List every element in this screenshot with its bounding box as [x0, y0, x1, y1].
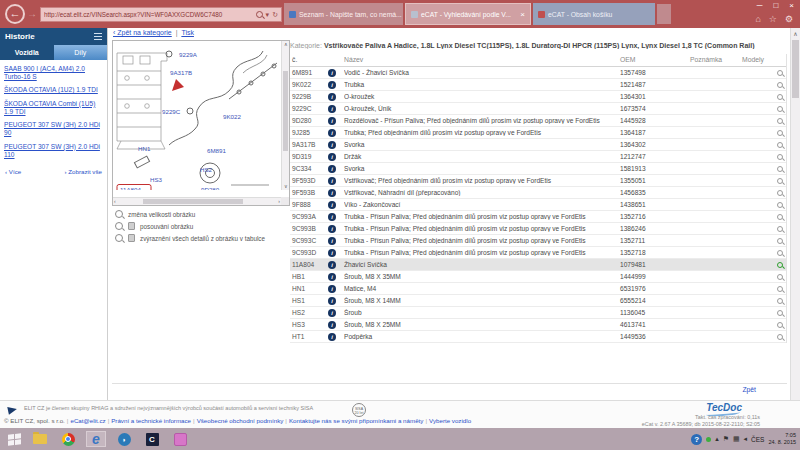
diagram-callout-HS2[interactable]: HS2 [200, 166, 213, 173]
table-row[interactable]: 9D319iDržák1212747 [290, 151, 786, 163]
table-row[interactable]: 9C993CiTrubka - Přísun Paliva; Před obje… [290, 235, 786, 247]
info-icon[interactable]: i [328, 213, 336, 221]
info-icon[interactable]: i [328, 189, 336, 197]
favorites-star-icon[interactable]: ☆ [769, 13, 777, 25]
magnifier-icon[interactable] [777, 130, 783, 136]
magnifier-icon[interactable] [777, 202, 783, 208]
back-button[interactable]: ← [5, 4, 25, 24]
close-button[interactable]: × [789, 1, 794, 10]
info-icon[interactable]: i [328, 129, 336, 137]
chevron-down-icon[interactable]: ▾ [266, 11, 270, 19]
table-row[interactable]: 9A317BiSvorka1364302 [290, 139, 786, 151]
vehicle-history-link[interactable]: ŠKODA OCTAVIA (1U2) 1.9 TDI [4, 86, 103, 94]
tab-ecat-search[interactable]: eCAT - Vyhledávání podle V... × [405, 3, 531, 25]
magnifier-icon[interactable] [777, 334, 783, 340]
vehicle-history-link[interactable]: PEUGEOT 307 SW (3H) 2.0 HDi 90 [4, 121, 103, 137]
diagram-callout-6M891[interactable]: 6M891 [207, 147, 226, 154]
magnifier-icon[interactable] [777, 178, 783, 184]
internet-explorer-button[interactable]: e [86, 431, 106, 447]
diagram-horizontal-scrollbar[interactable]: ‹ › [113, 197, 281, 205]
settings-gear-icon[interactable]: ⚙ [785, 13, 793, 25]
volume-icon[interactable]: ◂ [744, 435, 748, 443]
magnifier-icon[interactable] [777, 226, 783, 232]
url-text[interactable]: http://ecat.elit.cz/VINSearch.aspx?VIN=W… [44, 11, 256, 18]
table-row[interactable]: 9K022iTrubka1521487 [290, 79, 786, 91]
table-row[interactable]: 9F593BiVstřikovač, Náhradní díl (přeprac… [290, 187, 786, 199]
magnifier-icon[interactable] [777, 214, 783, 220]
scroll-right-icon[interactable]: › [278, 199, 280, 204]
keyboard-language[interactable]: ČES [751, 436, 764, 443]
table-row[interactable]: 9C993DiTrubka - Přísun Paliva; Před obje… [290, 247, 786, 259]
diagram-callout-9D280[interactable]: 9D280 [201, 186, 220, 190]
magnifier-icon[interactable] [777, 118, 783, 124]
info-icon[interactable]: i [328, 153, 336, 161]
info-icon[interactable]: i [328, 273, 336, 281]
diagram-callout-9229C[interactable]: 9229C [162, 108, 181, 115]
info-icon[interactable]: i [328, 309, 336, 317]
refresh-icon[interactable]: ↻ [272, 11, 278, 19]
back-to-categories-link[interactable]: ‹ Zpět na kategorie [113, 29, 172, 36]
footer-link[interactable]: Všeobecné obchodní podmínky [197, 417, 284, 424]
magnifier-icon[interactable] [777, 166, 783, 172]
file-explorer-button[interactable] [30, 431, 50, 447]
table-row[interactable]: 9D280iRozdělovač - Přísun Paliva; Před o… [290, 115, 786, 127]
more-link[interactable]: ‹ Více [5, 168, 21, 175]
magnifier-icon[interactable] [777, 262, 783, 268]
diagram-callout-9229A[interactable]: 9229A [179, 51, 198, 58]
scroll-up-icon[interactable]: ∧ [791, 30, 800, 37]
vehicle-history-link[interactable]: SAAB 900 I (AC4, AM4) 2.0 Turbo-16 S [4, 65, 103, 81]
magnifier-icon[interactable] [777, 142, 783, 148]
vehicle-history-link[interactable]: PEUGEOT 307 SW (3H) 2.0 HDi 110 [4, 143, 103, 159]
info-icon[interactable]: i [328, 249, 336, 257]
tab-ecat-cart[interactable]: eCAT - Obsah košíku [533, 3, 655, 25]
info-icon[interactable]: i [328, 93, 336, 101]
info-icon[interactable]: i [328, 69, 336, 77]
start-button[interactable] [4, 431, 24, 447]
magnifier-icon[interactable] [777, 298, 783, 304]
info-icon[interactable]: i [328, 261, 336, 269]
diagram-callout-HS3[interactable]: HS3 [150, 176, 163, 183]
info-icon[interactable]: i [328, 81, 336, 89]
info-icon[interactable]: i [328, 321, 336, 329]
magnifier-icon[interactable] [777, 250, 783, 256]
mail-app-button[interactable]: ◗ [114, 431, 134, 447]
minimize-button[interactable]: ─ [757, 1, 763, 10]
magnifier-icon[interactable] [777, 310, 783, 316]
diagram-callout-HN1[interactable]: HN1 [138, 145, 151, 152]
pink-app-button[interactable] [170, 431, 190, 447]
magnifier-icon[interactable] [777, 106, 783, 112]
table-row[interactable]: 11A804iŽhavicí Svíčka1079481 [290, 259, 786, 271]
scrollbar-thumb[interactable] [792, 40, 799, 98]
table-row[interactable]: HS3iŠroub, M8 X 25MM4613741 [290, 319, 786, 331]
back-link[interactable]: Zpět [742, 386, 756, 393]
vehicle-history-link[interactable]: ŠKODA OCTAVIA Combi (1U5) 1.9 TDI [4, 100, 103, 116]
table-row[interactable]: HS1iŠroub, M8 X 14MM6555214 [290, 295, 786, 307]
info-icon[interactable]: i [328, 201, 336, 209]
scroll-down-icon[interactable]: ∨ [284, 184, 288, 189]
magnifier-icon[interactable] [777, 70, 783, 76]
scroll-up-icon[interactable]: ∧ [284, 42, 288, 47]
parts-diagram-panel[interactable]: 9229A9A317B9229C9K022HN16M891HS2HS311A80… [112, 40, 290, 206]
tab-seznam[interactable]: Seznam - Napište tam, co nemá... [284, 3, 403, 25]
table-row[interactable]: HS2iŠroub1136045 [290, 307, 786, 319]
c-app-button[interactable]: C [142, 431, 162, 447]
footer-link[interactable]: eCat@elit.cz [70, 417, 105, 424]
magnifier-icon[interactable] [777, 286, 783, 292]
magnifier-icon[interactable] [777, 322, 783, 328]
new-tab-button[interactable] [657, 4, 671, 24]
table-row[interactable]: HN1iMatice, M46531976 [290, 283, 786, 295]
table-row[interactable]: 9F593DiVstřikovač; Před objednáním dílů … [290, 175, 786, 187]
table-row[interactable]: 9F888iVíko - Zakončovací1438651 [290, 199, 786, 211]
table-row[interactable]: 9C334iSvorka1581913 [290, 163, 786, 175]
info-icon[interactable]: i [328, 237, 336, 245]
list-icon[interactable] [94, 33, 102, 40]
hidden-icons-icon[interactable]: ▴ [715, 435, 719, 443]
address-bar[interactable]: http://ecat.elit.cz/VINSearch.aspx?VIN=W… [40, 7, 282, 22]
footer-link[interactable]: Právní a technické informace [111, 417, 191, 424]
maximize-button[interactable]: □ [773, 1, 778, 10]
sidebar-tab-vozidla[interactable]: Vozidla [0, 45, 54, 60]
scroll-left-icon[interactable]: ‹ [114, 199, 116, 204]
info-icon[interactable]: i [328, 141, 336, 149]
show-all-link[interactable]: › Zobrazit vše [65, 168, 102, 175]
table-row[interactable]: HB1iŠroub, M8 X 35MM1444999 [290, 271, 786, 283]
